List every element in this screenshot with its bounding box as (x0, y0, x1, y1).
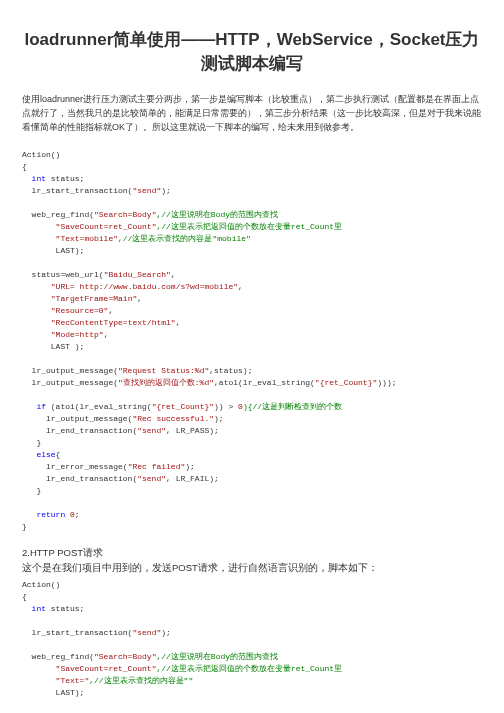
page-title: loadrunner简单使⽤——HTTP，WebService，Socket压⼒… (22, 28, 482, 76)
code-block-1: Action() { int status; lr_start_transact… (22, 149, 482, 533)
intro-paragraph: 使⽤loadrunner进⾏压⼒测试主要分两步，第⼀步是编写脚本（⽐较重点），第… (22, 92, 482, 135)
code-block-2: Action() { int status; lr_start_transact… (22, 579, 482, 713)
section-2-heading: 2.HTTP POST请求 这个是在我们项⽬中⽤到的，发送POST请求，进⾏⾃然… (22, 545, 482, 575)
